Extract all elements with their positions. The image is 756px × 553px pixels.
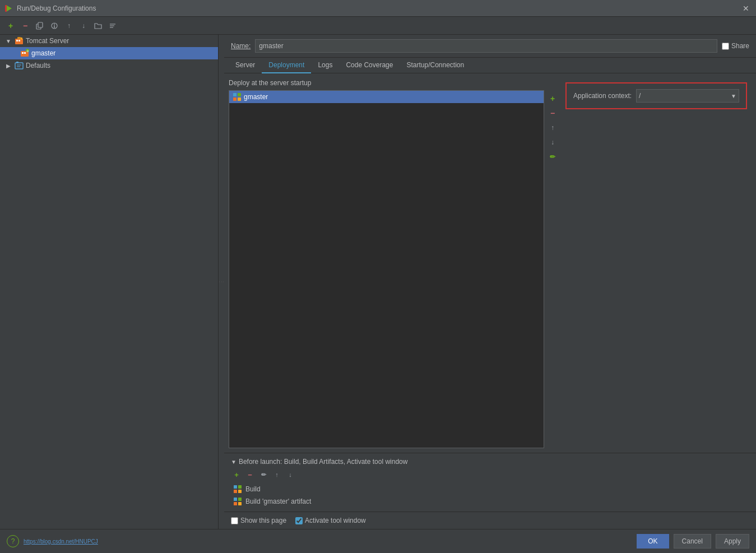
- svg-rect-24: [233, 93, 236, 96]
- svg-rect-23: [16, 62, 18, 63]
- dropdown-arrow-icon: ▼: [731, 93, 736, 99]
- tree-item-tomcat-server[interactable]: ▼ Tomcat Server: [0, 35, 218, 47]
- deploy-section-label: Deploy at the server startup: [229, 78, 561, 88]
- svg-rect-31: [238, 490, 242, 493]
- show-page-checkbox[interactable]: [231, 517, 238, 524]
- share-checkbox[interactable]: [722, 43, 729, 50]
- bottom-right: OK Cancel Apply: [637, 534, 749, 549]
- dialog: + − ↑ ↓: [0, 17, 756, 553]
- tab-startup-connection[interactable]: Startup/Connection: [400, 58, 471, 73]
- bl-item-build-label: Build: [245, 485, 261, 493]
- tab-deployment[interactable]: Deployment: [262, 58, 311, 73]
- bottom-left: ? https://blog.csdn.net/HNUPCJ: [7, 535, 98, 547]
- before-launch-collapse-icon: ▼: [231, 459, 236, 465]
- help-button[interactable]: ?: [7, 535, 19, 547]
- svg-rect-28: [234, 485, 237, 489]
- tab-logs[interactable]: Logs: [311, 58, 339, 73]
- svg-point-5: [54, 24, 55, 25]
- defaults-icon: [15, 61, 24, 70]
- title-bar-left: Run/Debug Configurations: [4, 4, 96, 13]
- list-actions: + − ↑ ↓ ✏: [544, 90, 561, 448]
- deploy-item-icon: [233, 92, 242, 101]
- svg-rect-16: [22, 52, 24, 54]
- before-launch-toolbar: + − ✏ ↑ ↓: [231, 469, 749, 480]
- collapse-defaults-icon[interactable]: ▶: [4, 62, 12, 69]
- left-panel: ▼ Tomcat Server: [0, 35, 219, 529]
- url-link[interactable]: https://blog.csdn.net/HNUPCJ: [24, 538, 98, 545]
- tab-server[interactable]: Server: [229, 58, 262, 73]
- svg-rect-27: [238, 97, 241, 101]
- folder-button[interactable]: [92, 20, 104, 32]
- list-add-button[interactable]: +: [546, 92, 559, 105]
- list-down-button[interactable]: ↓: [546, 136, 559, 148]
- before-launch-items: Build Build 'gmaster: [231, 484, 749, 507]
- edit-config-button[interactable]: [48, 20, 61, 32]
- bottom-bar: ? https://blog.csdn.net/HNUPCJ OK Cancel…: [0, 529, 756, 553]
- copy-config-button[interactable]: [34, 20, 46, 32]
- svg-marker-0: [6, 5, 12, 12]
- tree-item-defaults[interactable]: ▶ Defaults: [0, 59, 218, 72]
- gmaster-icon: ⚙: [20, 49, 29, 58]
- remove-config-button[interactable]: −: [19, 20, 31, 32]
- build-icon: [233, 485, 242, 494]
- resize-handle[interactable]: ⋮: [219, 35, 224, 529]
- add-config-button[interactable]: +: [4, 20, 17, 32]
- tabs: Server Deployment Logs Code Coverage Sta…: [224, 58, 756, 73]
- tomcat-server-icon: [15, 36, 24, 45]
- defaults-label: Defaults: [26, 62, 50, 69]
- svg-rect-35: [238, 502, 242, 505]
- before-launch-section: ▼ Before launch: Build, Build Artifacts,…: [224, 453, 756, 512]
- close-button[interactable]: ✕: [740, 3, 752, 14]
- app-context-label: Application context:: [573, 92, 632, 100]
- ok-button[interactable]: OK: [637, 534, 669, 549]
- svg-rect-33: [238, 498, 242, 501]
- app-context-value: /: [639, 92, 641, 100]
- activate-tool-checkbox[interactable]: [295, 517, 303, 524]
- before-launch-label: Before launch: Build, Build Artifacts, A…: [239, 458, 408, 466]
- bl-edit-button[interactable]: ✏: [258, 469, 269, 480]
- bl-item-build-artifact: Build 'gmaster' artifact: [231, 496, 749, 507]
- svg-rect-13: [17, 37, 21, 39]
- name-input[interactable]: [255, 39, 717, 53]
- apply-button[interactable]: Apply: [716, 534, 749, 549]
- svg-rect-34: [234, 502, 237, 505]
- svg-rect-12: [18, 40, 20, 41]
- move-down-button[interactable]: ↓: [77, 20, 90, 32]
- bl-remove-button[interactable]: −: [244, 469, 256, 480]
- deployment-tab-content: Deploy at the server startup: [224, 73, 756, 529]
- collapse-tomcat-icon[interactable]: ▼: [4, 37, 12, 45]
- show-page-item: Show this page: [231, 517, 286, 524]
- svg-rect-20: [15, 63, 23, 69]
- move-up-button[interactable]: ↑: [63, 20, 75, 32]
- gmaster-label: gmaster: [31, 49, 55, 57]
- before-launch-header[interactable]: ▼ Before launch: Build, Build Artifacts,…: [231, 458, 749, 466]
- tab-code-coverage[interactable]: Code Coverage: [339, 58, 400, 73]
- deploy-list: gmaster: [229, 91, 544, 448]
- bl-down-button[interactable]: ↓: [285, 469, 296, 480]
- list-edit-button[interactable]: ✏: [546, 151, 559, 163]
- tree-item-gmaster[interactable]: ⚙ gmaster: [0, 47, 218, 59]
- checkbox-row: Show this page Activate tool window: [224, 512, 756, 529]
- deploy-item-gmaster[interactable]: gmaster: [229, 91, 544, 103]
- svg-rect-25: [238, 93, 241, 96]
- svg-rect-11: [16, 40, 18, 41]
- deployment-area: Deploy at the server startup: [224, 73, 756, 453]
- svg-rect-30: [234, 490, 237, 493]
- deploy-list-section: Deploy at the server startup: [229, 78, 561, 448]
- list-remove-button[interactable]: −: [546, 107, 559, 119]
- bl-up-button[interactable]: ↑: [271, 469, 282, 480]
- svg-rect-26: [233, 97, 236, 101]
- cancel-button[interactable]: Cancel: [674, 534, 711, 549]
- activate-tool-label: Activate tool window: [305, 517, 366, 524]
- main-content: ▼ Tomcat Server: [0, 35, 756, 529]
- svg-rect-1: [5, 5, 7, 12]
- bl-item-artifact-label: Build 'gmaster' artifact: [245, 498, 311, 505]
- list-up-button[interactable]: ↑: [546, 122, 559, 134]
- app-context-box: Application context: / ▼: [565, 82, 747, 109]
- bl-add-button[interactable]: +: [231, 469, 242, 480]
- sort-button[interactable]: [106, 20, 119, 32]
- tomcat-server-label: Tomcat Server: [26, 37, 69, 45]
- app-context-select[interactable]: / ▼: [636, 89, 739, 103]
- share-row: Share: [722, 42, 749, 50]
- title-bar: Run/Debug Configurations ✕: [0, 0, 756, 17]
